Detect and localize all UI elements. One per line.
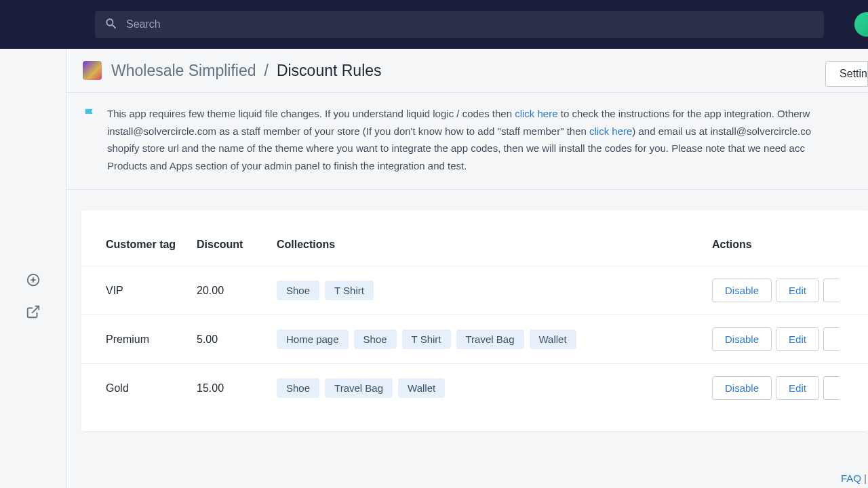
disable-button[interactable]: Disable bbox=[712, 279, 772, 302]
flag-icon bbox=[83, 106, 98, 174]
search-icon bbox=[104, 17, 118, 33]
cell-customer-tag: VIP bbox=[81, 266, 197, 315]
table-row: Premium5.00Home pageShoeT ShirtTravel Ba… bbox=[81, 315, 868, 364]
th-collections: Collections bbox=[277, 239, 712, 266]
search-input[interactable] bbox=[126, 18, 814, 30]
table-row: Gold15.00ShoeTravel BagWalletDisableEdit bbox=[81, 364, 868, 413]
footer: FAQ | bbox=[841, 472, 867, 484]
avatar[interactable] bbox=[854, 12, 868, 37]
settings-button[interactable]: Settin bbox=[825, 61, 868, 87]
breadcrumb-separator: / bbox=[264, 62, 268, 80]
table-row: VIP20.00ShoeT ShirtDisableEdit bbox=[81, 266, 868, 315]
notice-text: This app requires few theme liquid file … bbox=[107, 105, 811, 174]
cell-collections: ShoeT Shirt bbox=[277, 266, 712, 315]
external-link-icon[interactable] bbox=[26, 304, 41, 321]
th-customer-tag: Customer tag bbox=[81, 239, 197, 266]
collection-chip[interactable]: Travel Bag bbox=[325, 378, 393, 398]
edit-button[interactable]: Edit bbox=[776, 327, 819, 351]
instructions-link[interactable]: click here bbox=[515, 108, 557, 119]
cell-collections: Home pageShoeT ShirtTravel BagWallet bbox=[277, 315, 712, 364]
more-button[interactable] bbox=[823, 376, 839, 400]
collection-chip[interactable]: Wallet bbox=[398, 378, 445, 398]
faq-link[interactable]: FAQ bbox=[841, 472, 861, 484]
breadcrumb-app[interactable]: Wholesale Simplified bbox=[111, 62, 256, 80]
breadcrumb-current: Discount Rules bbox=[277, 62, 382, 80]
notice-banner: This app requires few theme liquid file … bbox=[66, 92, 868, 190]
page-header: Wholesale Simplified / Discount Rules Se… bbox=[66, 49, 868, 92]
cell-actions: DisableEdit bbox=[712, 315, 868, 364]
cell-discount: 20.00 bbox=[197, 266, 277, 315]
left-rail bbox=[0, 49, 66, 488]
collection-chip[interactable]: Shoe bbox=[277, 281, 319, 300]
rules-table: Customer tag Discount Collections Action… bbox=[81, 239, 868, 412]
search-container[interactable] bbox=[95, 11, 824, 38]
add-icon[interactable] bbox=[26, 272, 41, 289]
collection-chip[interactable]: Travel Bag bbox=[456, 329, 524, 349]
collection-chip[interactable]: Shoe bbox=[354, 329, 397, 349]
main: Wholesale Simplified / Discount Rules Se… bbox=[66, 49, 868, 488]
cell-actions: DisableEdit bbox=[712, 266, 868, 315]
topbar bbox=[0, 0, 868, 49]
cell-customer-tag: Gold bbox=[81, 364, 197, 413]
svg-line-3 bbox=[32, 306, 39, 313]
cell-customer-tag: Premium bbox=[81, 315, 197, 364]
cell-discount: 5.00 bbox=[197, 315, 277, 364]
collection-chip[interactable]: Wallet bbox=[530, 329, 576, 349]
edit-button[interactable]: Edit bbox=[776, 376, 819, 400]
staff-member-link[interactable]: click here bbox=[589, 125, 632, 137]
more-button[interactable] bbox=[823, 279, 839, 302]
cell-collections: ShoeTravel BagWallet bbox=[277, 364, 712, 413]
collection-chip[interactable]: Home page bbox=[277, 329, 349, 349]
cell-actions: DisableEdit bbox=[712, 364, 868, 413]
collection-chip[interactable]: Shoe bbox=[277, 378, 319, 398]
cell-discount: 15.00 bbox=[197, 364, 277, 413]
collection-chip[interactable]: T Shirt bbox=[402, 329, 451, 349]
app-icon bbox=[83, 61, 102, 80]
th-actions: Actions bbox=[712, 239, 868, 266]
more-button[interactable] bbox=[823, 327, 839, 351]
disable-button[interactable]: Disable bbox=[712, 376, 772, 400]
th-discount: Discount bbox=[197, 239, 277, 266]
disable-button[interactable]: Disable bbox=[712, 327, 772, 351]
edit-button[interactable]: Edit bbox=[776, 279, 819, 302]
rules-card: Customer tag Discount Collections Action… bbox=[81, 210, 868, 431]
breadcrumb: Wholesale Simplified / Discount Rules bbox=[111, 62, 382, 80]
collection-chip[interactable]: T Shirt bbox=[325, 281, 374, 300]
